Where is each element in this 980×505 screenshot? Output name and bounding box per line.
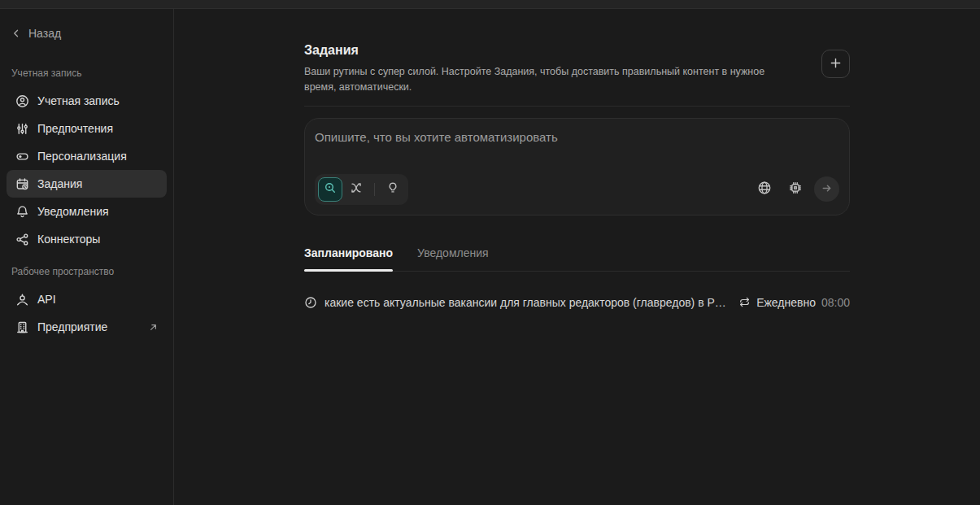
settings-sidebar: Назад Учетная запись Учетная запись Пред… xyxy=(0,9,174,505)
page-header: Задания Ваши рутины с супер силой. Настр… xyxy=(304,43,850,95)
task-schedule-label: Ежедневно xyxy=(756,296,816,309)
atom-cross-icon xyxy=(350,181,363,197)
chip-icon xyxy=(788,181,803,198)
ideas-tool-button[interactable] xyxy=(381,177,405,202)
magnifier-icon xyxy=(324,181,337,197)
sidebar-item-tasks[interactable]: Задания xyxy=(7,170,167,198)
sidebar-item-label: Коннекторы xyxy=(37,233,100,246)
tool-divider xyxy=(374,183,375,196)
task-composer xyxy=(304,118,850,215)
main-panel: Задания Ваши рутины с супер силой. Настр… xyxy=(174,9,980,505)
sidebar-item-connectors[interactable]: Коннекторы xyxy=(7,225,167,253)
globe-icon xyxy=(757,181,772,198)
arrow-right-icon xyxy=(821,182,833,197)
calendar-clock-icon xyxy=(15,176,29,191)
back-button[interactable]: Назад xyxy=(0,24,173,43)
chevron-left-icon xyxy=(11,28,21,38)
building-icon xyxy=(15,320,29,334)
composer-toolbar xyxy=(315,174,839,205)
lightbulb-icon xyxy=(386,181,399,197)
sidebar-item-notifications[interactable]: Уведомления xyxy=(7,198,167,225)
share-nodes-icon xyxy=(15,232,29,246)
external-link-icon xyxy=(148,322,159,333)
sidebar-item-label: Учетная запись xyxy=(37,94,120,107)
page-title: Задания xyxy=(304,43,792,58)
tab-scheduled-label: Запланировано xyxy=(304,246,393,259)
person-circle-icon xyxy=(15,94,29,108)
api-network-icon xyxy=(15,292,29,307)
sidebar-section-account: Учетная запись xyxy=(0,67,173,79)
deep-research-tool-button[interactable] xyxy=(344,177,368,202)
sliders-icon xyxy=(15,121,29,136)
sidebar-item-enterprise[interactable]: Предприятие xyxy=(7,313,167,341)
clock-icon xyxy=(304,296,317,309)
sidebar-item-label: Персонализация xyxy=(37,150,127,163)
window-top-bar xyxy=(0,0,980,9)
task-description-input[interactable] xyxy=(315,130,839,174)
settings-window: Назад Учетная запись Учетная запись Пред… xyxy=(0,0,980,505)
sidebar-item-label: Уведомления xyxy=(37,205,109,218)
tab-notifications-label: Уведомления xyxy=(417,246,489,259)
tab-scheduled[interactable]: Запланировано xyxy=(304,246,393,271)
sidebar-item-label: Предпочтения xyxy=(37,122,113,135)
page-subtitle: Ваши рутины с супер силой. Настройте Зад… xyxy=(304,64,792,95)
content-row: Назад Учетная запись Учетная запись Пред… xyxy=(0,9,980,505)
composer-right-tools xyxy=(752,176,839,202)
sidebar-item-label: API xyxy=(37,293,56,306)
tab-notifications[interactable]: Уведомления xyxy=(417,246,489,271)
sidebar-item-preferences[interactable]: Предпочтения xyxy=(7,115,167,142)
submit-task-button[interactable] xyxy=(814,176,839,202)
header-divider xyxy=(304,106,850,107)
sidebar-item-label: Предприятие xyxy=(37,320,107,333)
bell-icon xyxy=(15,204,29,219)
tool-pill xyxy=(315,174,408,205)
repeat-icon xyxy=(738,296,751,308)
task-time: 08:00 xyxy=(821,296,850,309)
task-tabs: Запланировано Уведомления xyxy=(304,246,850,272)
add-task-button[interactable] xyxy=(821,50,850,78)
language-button[interactable] xyxy=(752,177,777,202)
sidebar-item-personalization[interactable]: Персонализация xyxy=(7,142,167,170)
task-schedule: Ежедневно 08:00 xyxy=(738,296,850,309)
search-tool-button[interactable] xyxy=(318,177,342,202)
sidebar-item-api[interactable]: API xyxy=(7,285,167,313)
model-chip-button[interactable] xyxy=(783,177,808,202)
sidebar-item-label: Задания xyxy=(37,177,82,190)
task-row[interactable]: какие есть актуальные вакансии для главн… xyxy=(304,296,850,309)
sidebar-section-workspace: Рабочее пространство xyxy=(0,266,173,277)
task-title: какие есть актуальные вакансии для главн… xyxy=(324,296,731,309)
plus-icon xyxy=(830,57,842,72)
sidebar-item-account[interactable]: Учетная запись xyxy=(7,87,167,115)
back-label: Назад xyxy=(28,27,61,40)
toggle-icon xyxy=(15,149,29,163)
